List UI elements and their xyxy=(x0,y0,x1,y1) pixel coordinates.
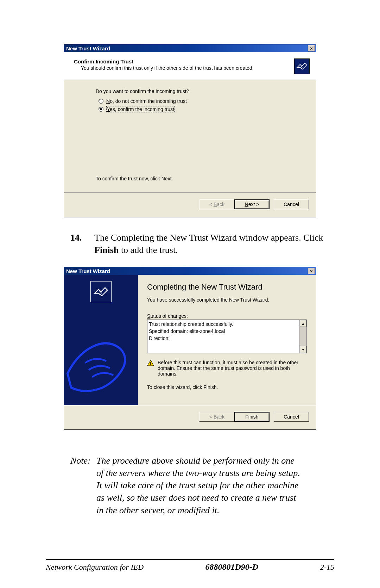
handshake-icon xyxy=(90,281,112,302)
radio-option-yes[interactable]: Yes, confirm the incoming trust xyxy=(99,106,305,112)
question-text: Do you want to confirm the incoming trus… xyxy=(96,88,305,94)
wizard-sidebar-image xyxy=(64,275,138,405)
handshake-icon xyxy=(294,58,310,74)
scrollbar[interactable]: ▲ ▼ xyxy=(299,320,306,353)
button-row: < Back Finish Cancel xyxy=(64,405,316,429)
cancel-button[interactable]: Cancel xyxy=(274,199,309,209)
close-hint: To close this wizard, click Finish. xyxy=(147,384,307,390)
dialog-confirm-incoming-trust: New Trust Wizard × Confirm Incoming Trus… xyxy=(64,44,316,217)
dialog-completing-wizard: New Trust Wizard × Completing the New Tr… xyxy=(64,267,316,430)
step-text: The Completing the New Trust Wizard wind… xyxy=(94,231,324,256)
footer-rule xyxy=(46,559,334,560)
radio-icon xyxy=(99,99,103,104)
step-number: 14. xyxy=(70,231,94,256)
titlebar-text: New Trust Wizard xyxy=(66,45,110,51)
instruction-step-14: 14. The Completing the New Trust Wizard … xyxy=(70,231,324,256)
back-button[interactable]: < Back xyxy=(199,412,234,422)
footer-right: 2-15 xyxy=(320,563,334,572)
radio-icon xyxy=(99,107,103,112)
status-listbox[interactable]: Trust relationship created successfully.… xyxy=(147,320,307,353)
footer-center: 6880801D90-D xyxy=(205,562,259,572)
close-icon[interactable]: × xyxy=(308,268,315,274)
back-button[interactable]: < Back xyxy=(199,199,234,209)
footer-left: Network Configuration for IED xyxy=(46,563,144,572)
complete-title: Completing the New Trust Wizard xyxy=(147,283,307,291)
titlebar: New Trust Wizard × xyxy=(64,267,316,275)
note-text: The procedure above should be performed … xyxy=(96,454,303,516)
titlebar-text: New Trust Wizard xyxy=(66,268,110,274)
radio-label-no: No, do not confirm the incoming trust xyxy=(106,98,187,104)
hint-text: To confirm the trust now, click Next. xyxy=(96,176,305,181)
radio-label-yes: Yes, confirm the incoming trust xyxy=(106,106,175,112)
header-title: Confirm Incoming Trust xyxy=(74,58,291,64)
warning-row: ! Before this trust can function, it mus… xyxy=(147,360,307,377)
cancel-button[interactable]: Cancel xyxy=(274,412,309,422)
titlebar: New Trust Wizard × xyxy=(64,44,316,52)
warning-icon: ! xyxy=(147,360,154,366)
scroll-down-icon[interactable]: ▼ xyxy=(300,346,306,353)
header-subtitle: You should confirm this trust only if th… xyxy=(81,65,291,71)
note-label: Note: xyxy=(70,454,96,516)
dialog-body: Do you want to confirm the incoming trus… xyxy=(64,80,316,193)
page-footer: Network Configuration for IED 6880801D90… xyxy=(46,562,334,572)
wizard-content: Completing the New Trust Wizard You have… xyxy=(138,275,316,405)
complete-subtitle: You have successfully completed the New … xyxy=(147,297,307,303)
list-item: Direction: xyxy=(149,335,298,342)
note-block: Note: The procedure above should be perf… xyxy=(70,454,303,516)
warning-text: Before this trust can function, it must … xyxy=(158,360,307,377)
close-icon[interactable]: × xyxy=(308,45,315,51)
button-row: < Back Next > Cancel xyxy=(64,193,316,217)
radio-option-no[interactable]: No, do not confirm the incoming trust xyxy=(99,98,305,104)
dialog-header: Confirm Incoming Trust You should confir… xyxy=(64,52,316,80)
list-item: Trust relationship created successfully. xyxy=(149,321,298,328)
scroll-up-icon[interactable]: ▲ xyxy=(300,320,306,327)
status-label: Status of changes: xyxy=(147,313,307,319)
handshake-large-icon xyxy=(64,310,138,402)
list-item: Specified domain: elite-zone4.local xyxy=(149,328,298,335)
next-button[interactable]: Next > xyxy=(234,199,270,209)
svg-text:!: ! xyxy=(150,361,151,366)
finish-button[interactable]: Finish xyxy=(234,412,270,422)
